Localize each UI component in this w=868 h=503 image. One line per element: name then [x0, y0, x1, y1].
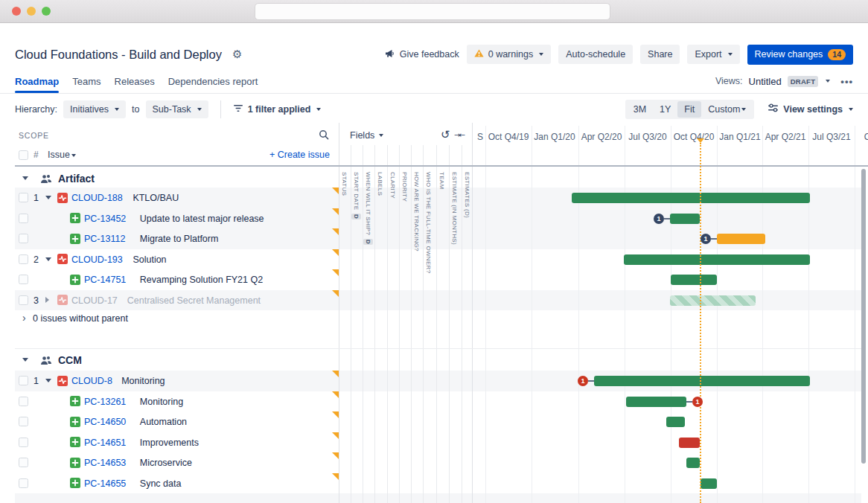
issue-summary: Automation: [140, 417, 187, 427]
tab-dependencies-report[interactable]: Dependencies report: [168, 71, 258, 92]
zoom-custom[interactable]: Custom: [701, 101, 753, 118]
view-settings-button[interactable]: View settings: [768, 103, 853, 115]
row-checkbox[interactable]: [19, 478, 28, 488]
issue-key-link[interactable]: PC-14653: [84, 458, 126, 468]
warnings-button[interactable]: 0 warnings: [467, 45, 551, 64]
gantt-bar-PC-13452[interactable]: [670, 214, 700, 224]
collapse-group-chevron[interactable]: [22, 358, 28, 362]
vertical-scrollbar[interactable]: [861, 169, 866, 464]
fields-label: Fields: [350, 130, 374, 141]
issue-key-link[interactable]: PC-13112: [84, 234, 125, 244]
field-column-label: HOW ARE WE TRACKING?: [413, 172, 420, 252]
fields-timeline-divider: [472, 123, 473, 503]
issues-without-parent-row[interactable]: ›0 issues without parent: [15, 310, 339, 330]
more-options-button[interactable]: •••: [840, 76, 853, 87]
issue-key-link[interactable]: CLOUD-188: [71, 193, 123, 203]
pending-change-flag: [332, 208, 339, 215]
give-feedback-button[interactable]: Give feedback: [385, 49, 459, 60]
collapse-row-chevron[interactable]: [45, 379, 51, 382]
pending-change-flag: [332, 473, 339, 480]
tab-roadmap[interactable]: Roadmap: [15, 71, 59, 92]
table-row: PC-13261Monitoring: [15, 391, 339, 412]
tab-teams[interactable]: Teams: [72, 71, 100, 92]
create-issue-button[interactable]: + Create issue: [269, 150, 330, 160]
timeline-quarter-label: Jul Q3/21: [808, 132, 855, 142]
view-name[interactable]: Untitled: [749, 76, 782, 87]
dependency-badge[interactable]: 1: [578, 376, 588, 386]
scope-issue-header[interactable]: Issue: [48, 150, 76, 160]
address-bar[interactable]: [255, 3, 610, 20]
row-checkbox[interactable]: [19, 295, 28, 305]
row-checkbox[interactable]: [19, 397, 28, 406]
field-column-label: CLARITY: [389, 172, 396, 199]
epic-type-icon: [70, 213, 80, 223]
fields-dropdown[interactable]: Fields: [350, 130, 383, 141]
issue-key-link[interactable]: PC-13261: [84, 397, 126, 407]
share-button[interactable]: Share: [640, 45, 680, 64]
filter-button[interactable]: 1 filter applied: [233, 104, 322, 115]
issue-key-link[interactable]: PC-14751: [84, 275, 126, 285]
gantt-bar-CLOUD-17[interactable]: [670, 295, 756, 306]
row-checkbox[interactable]: [19, 376, 28, 385]
issue-key-link[interactable]: PC-14650: [84, 417, 126, 427]
gantt-bar-CLOUD-193[interactable]: [624, 254, 810, 265]
zoom-1y[interactable]: 1Y: [653, 101, 677, 118]
zoom-3m[interactable]: 3M: [627, 101, 653, 118]
table-row: PC-13452Update to latest major release: [15, 208, 339, 229]
expand-row-chevron[interactable]: [45, 297, 49, 303]
tab-releases[interactable]: Releases: [115, 71, 155, 92]
row-checkbox[interactable]: [19, 458, 28, 467]
gantt-bar-CLOUD-8[interactable]: [594, 376, 810, 386]
gantt-bar-PC-14653[interactable]: [686, 458, 700, 468]
row-checkbox[interactable]: [19, 275, 28, 284]
dependency-badge[interactable]: 1: [654, 214, 664, 224]
hierarchy-to-select[interactable]: Sub-Task: [146, 100, 208, 118]
table-row: 1CLOUD-8Monitoring: [15, 371, 339, 391]
review-changes-button[interactable]: Review changes 14: [747, 45, 853, 65]
issue-key-link[interactable]: CLOUD-17: [71, 295, 118, 306]
expand-chevron[interactable]: ›: [22, 312, 26, 324]
row-checkbox[interactable]: [19, 438, 28, 447]
close-button[interactable]: [12, 7, 21, 16]
gear-icon[interactable]: ⚙: [232, 48, 242, 61]
gantt-bar-PC-13112[interactable]: [717, 234, 765, 244]
collapse-row-chevron[interactable]: [45, 257, 51, 261]
gantt-bar-PC-14651[interactable]: [679, 438, 700, 448]
row-checkbox[interactable]: [19, 254, 28, 264]
row-checkbox[interactable]: [19, 214, 28, 223]
dependency-badge[interactable]: 1: [692, 397, 703, 407]
export-button[interactable]: Export: [687, 45, 739, 64]
table-row: 2CLOUD-193Solution: [15, 249, 339, 270]
collapse-row-chevron[interactable]: [45, 196, 51, 199]
hierarchy-from-select[interactable]: Initiatives: [63, 100, 126, 118]
pending-change-flag: [332, 228, 339, 235]
zoom-fit[interactable]: Fit: [677, 101, 701, 118]
gantt-bar-PC-14650[interactable]: [666, 417, 685, 427]
timeline-quarter-label: Jan Q1/21: [717, 132, 763, 142]
issue-key-link[interactable]: CLOUD-8: [71, 376, 112, 386]
field-column-header: LABELS: [377, 172, 383, 196]
dependency-badge[interactable]: 1: [701, 234, 711, 244]
collapse-columns-icon[interactable]: →←: [454, 131, 464, 139]
row-checkbox[interactable]: [19, 417, 28, 426]
undo-icon[interactable]: ↺: [441, 128, 450, 141]
search-icon[interactable]: [319, 129, 329, 143]
issue-key-link[interactable]: CLOUD-193: [71, 254, 123, 265]
row-checkbox[interactable]: [19, 193, 28, 202]
scope-select-all-checkbox[interactable]: [19, 150, 28, 160]
zoom-button[interactable]: [42, 7, 51, 16]
group-header-CCM: CCM: [15, 351, 339, 371]
gantt-bar-PC-14655[interactable]: [701, 478, 717, 489]
issue-key-link[interactable]: PC-13452: [84, 214, 126, 224]
auto-schedule-button[interactable]: Auto-schedule: [558, 45, 633, 64]
row-checkbox[interactable]: [19, 234, 28, 243]
collapse-group-chevron[interactable]: [22, 176, 28, 180]
gantt-bar-CLOUD-188[interactable]: [572, 193, 810, 203]
chevron-down-icon[interactable]: [826, 80, 830, 83]
issue-key-link[interactable]: PC-14655: [84, 478, 126, 489]
browser-chrome: [0, 0, 868, 23]
gantt-bar-PC-13261[interactable]: [626, 397, 686, 407]
issue-key-link[interactable]: PC-14651: [84, 438, 126, 448]
minimize-button[interactable]: [27, 7, 36, 16]
gantt-bar-PC-14751[interactable]: [671, 275, 717, 285]
